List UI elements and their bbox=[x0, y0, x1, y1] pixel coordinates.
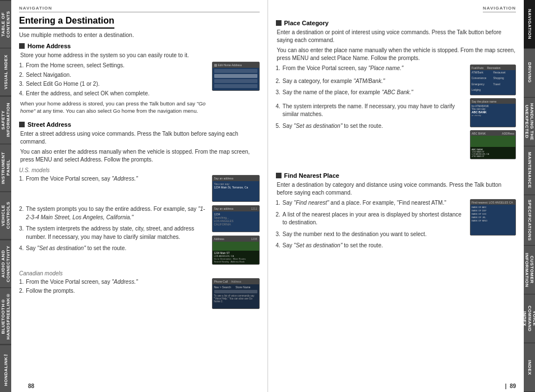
us-screen-images: Say an address You can say: 1234 Main St… bbox=[212, 175, 260, 267]
page-title: Entering a Destination bbox=[19, 16, 114, 29]
home-address-row: 1. From the Home screen, select Settings… bbox=[19, 62, 260, 117]
list-item: 3. Say the number next to the destinatio… bbox=[276, 230, 467, 239]
find-nearest-images: Find nearest: LOS ANGELES CA BANK OF ABC… bbox=[470, 199, 516, 237]
home-address-body: Store your home address in the system so… bbox=[19, 52, 260, 59]
list-item: 2. The system prompts you to say the ent… bbox=[19, 205, 209, 222]
screen-ca-portal: Phone Call Address Nav > Search Store Na… bbox=[212, 278, 260, 309]
place-category-steps-row: 1. From the Voice Portal screen, say "Pl… bbox=[276, 64, 516, 161]
find-nearest-steps: 1. Say "Find nearest" and a place. For e… bbox=[276, 199, 467, 251]
canadian-models-label: Canadian models bbox=[19, 270, 260, 276]
list-item: 5. Say "Set as destination" to set the r… bbox=[276, 122, 467, 131]
tab-bluetooth[interactable]: BLUETOOTH® HANDSFREELINK® bbox=[0, 287, 11, 344]
left-tab-bar: TABLE OF CONTENTS VISUAL INDEX SAFETY IN… bbox=[0, 0, 11, 392]
home-address-header: Home Address bbox=[19, 43, 260, 49]
right-nav-label: NAVIGATION bbox=[483, 6, 516, 12]
list-item: 2. A list of the nearest places in your … bbox=[276, 211, 467, 227]
list-item: 1. From the Voice Portal screen, say "Ad… bbox=[19, 175, 209, 183]
list-item: 1. From the Voice Portal screen, say "Ad… bbox=[19, 278, 209, 287]
list-item: 2. Follow the prompts. bbox=[19, 287, 209, 296]
street-address-header: Street Address bbox=[19, 121, 260, 128]
list-item: 4. Enter the address, and select OK when… bbox=[19, 90, 209, 98]
screen-voice-portal: Say an address You can say: 1234 Main St… bbox=[212, 175, 260, 202]
list-item: 4. Say "Set as destination" to set the r… bbox=[19, 245, 209, 253]
section-block-icon bbox=[19, 122, 25, 127]
list-item: 2. Say a category, for example "ATM/Bank… bbox=[276, 77, 467, 86]
right-tab-bar: NAVIGATION DRIVING HANDLING THE UNEXPECT… bbox=[524, 0, 535, 392]
list-item: 4. The system interprets the name. If ne… bbox=[276, 103, 467, 119]
find-nearest-steps-row: 1. Say "Find nearest" and a place. For e… bbox=[276, 199, 516, 251]
screen-find-nearest: Find nearest: LOS ANGELES CA BANK OF ABC… bbox=[470, 199, 516, 236]
list-item: 3. The system interprets the address by … bbox=[19, 225, 209, 241]
place-category-images: Fuel/Auto Recreation ATM/Bank Restaurant… bbox=[470, 64, 516, 161]
us-models-label: U.S. models bbox=[19, 167, 260, 173]
home-address-images: Edit Home Address bbox=[212, 62, 260, 93]
tab-hondalink[interactable]: HONDALINK™ bbox=[0, 344, 11, 392]
tab-safety[interactable]: SAFETY INFORMATION bbox=[0, 96, 11, 144]
ca-screen-images: Phone Call Address Nav > Search Store Na… bbox=[212, 278, 260, 311]
screen-map-address: Address 1208 1234 Main ST LOS ANGELES, C… bbox=[212, 236, 260, 265]
tab-maintenance[interactable]: MAINTENANCE bbox=[524, 146, 535, 195]
tab-navigation[interactable]: NAVIGATION bbox=[524, 0, 535, 49]
list-item: 3. Select Edit Go Home (1 or 2). bbox=[19, 80, 209, 89]
tab-instrument[interactable]: INSTRUMENT PANEL bbox=[0, 144, 11, 191]
page-subtitle: Use multiple methods to enter a destinat… bbox=[19, 31, 260, 38]
page-number-right: | 89 bbox=[505, 383, 516, 389]
tab-vehicle[interactable]: VEHICLE CONTROLS bbox=[0, 191, 11, 239]
screen-atm-categories: Fuel/Auto Recreation ATM/Bank Restaurant… bbox=[470, 64, 516, 95]
us-steps-row: 1. From the Voice Portal screen, say "Ad… bbox=[19, 175, 260, 267]
list-item: 1. Say "Find nearest" and a place. For e… bbox=[276, 199, 467, 207]
tab-index[interactable]: INDEX bbox=[524, 343, 535, 392]
ca-steps-row: 1. From the Voice Portal screen, say "Ad… bbox=[19, 278, 260, 311]
left-page: NAVIGATION Entering a Destination Use mu… bbox=[11, 0, 268, 392]
us-steps-list: 1. From the Voice Portal screen, say "Ad… bbox=[19, 175, 209, 254]
right-page: NAVIGATION Place Category Enter a destin… bbox=[268, 0, 524, 392]
tab-toc[interactable]: TABLE OF CONTENTS bbox=[0, 0, 11, 48]
screen-home-address: Edit Home Address bbox=[212, 62, 260, 91]
section-block-icon bbox=[276, 20, 282, 26]
screen-searching: Say an address 1211 1234 Searching... LO… bbox=[212, 205, 260, 232]
tab-audio[interactable]: AUDIO AND CONNECTIVITY bbox=[0, 239, 11, 287]
list-item: 4. Say "Set as destination" to set the r… bbox=[276, 242, 467, 250]
home-address-title: Home Address bbox=[27, 43, 71, 49]
find-nearest-title: Find Nearest Place bbox=[284, 172, 339, 179]
section-block-icon bbox=[19, 43, 25, 49]
place-category-steps: 1. From the Voice Portal screen, say "Pl… bbox=[276, 64, 467, 131]
screen-say-place: Say the place name for ATMABANK You can … bbox=[470, 98, 516, 127]
home-address-note: When your home address is stored, you ca… bbox=[19, 100, 209, 115]
main-content: NAVIGATION Entering a Destination Use mu… bbox=[11, 0, 524, 392]
place-category-header: Place Category bbox=[276, 20, 516, 26]
place-category-body2: You can also enter the place name manual… bbox=[276, 47, 516, 62]
section-block-icon bbox=[276, 173, 282, 178]
home-address-steps: 1. From the Home screen, select Settings… bbox=[19, 62, 209, 117]
street-address-title: Street Address bbox=[27, 121, 71, 128]
list-item: 2. Select Navigation. bbox=[19, 71, 209, 80]
tab-handling[interactable]: HANDLING THE UNEXPECTED bbox=[524, 98, 535, 146]
find-nearest-body: Enter a destination by category and dist… bbox=[276, 181, 516, 197]
tab-driving[interactable]: DRIVING bbox=[524, 49, 535, 98]
street-address-body: Enter a street address using voice comma… bbox=[19, 130, 260, 146]
tab-customer[interactable]: CUSTOMER INFORMATION bbox=[524, 246, 535, 294]
tab-voice-command[interactable]: VOICE COMMAND INDEX bbox=[524, 294, 535, 343]
place-category-title: Place Category bbox=[284, 20, 329, 26]
page-number-left: 88 bbox=[28, 383, 34, 389]
find-nearest-header: Find Nearest Place bbox=[276, 172, 516, 179]
left-nav-label: NAVIGATION bbox=[19, 6, 260, 12]
tab-specifications[interactable]: SPECIFICATIONS bbox=[524, 195, 535, 246]
list-item: 3. Say the name of the place, for exampl… bbox=[276, 89, 467, 97]
screen-abc-bank-map: ABC BANK ADDRess ABC BANK 1234 MAIN ST L… bbox=[470, 130, 516, 159]
list-item: 1. From the Voice Portal screen, say "Pl… bbox=[276, 64, 467, 73]
ca-steps-list: 1. From the Voice Portal screen, say "Ad… bbox=[19, 278, 209, 297]
place-category-body: Enter a destination or point of interest… bbox=[276, 29, 516, 44]
street-address-body2: You can also enter the address manually … bbox=[19, 148, 260, 164]
list-item: 1. From the Home screen, select Settings… bbox=[19, 62, 209, 70]
tab-visual[interactable]: VISUAL INDEX bbox=[0, 48, 11, 95]
